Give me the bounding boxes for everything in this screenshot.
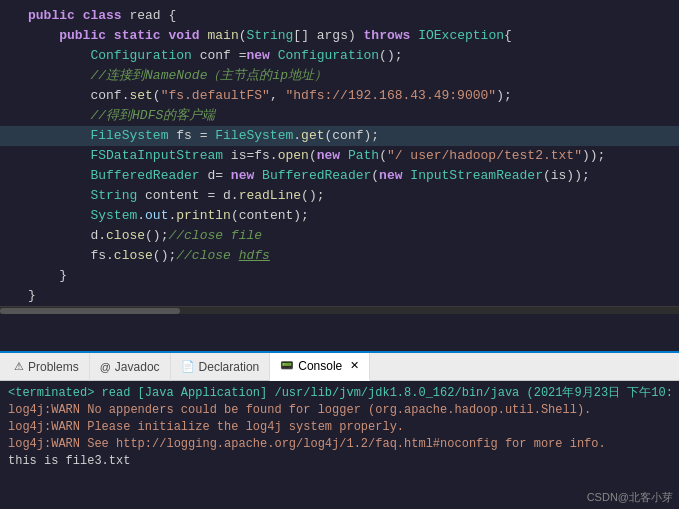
tab-problems[interactable]: ⚠Problems — [4, 353, 90, 381]
token: FSDataInputStream — [90, 148, 223, 163]
token — [270, 48, 278, 63]
token: class — [83, 8, 122, 23]
token: . — [293, 128, 301, 143]
token: public — [59, 28, 106, 43]
token: //连接到NameNode（主节点的ip地址） — [90, 68, 327, 83]
token: read { — [122, 8, 177, 23]
token: BufferedReader — [262, 168, 371, 183]
token: //close — [176, 248, 238, 263]
console-tab-icon: 📟 — [280, 359, 294, 372]
console-output: <terminated> read [Java Application] /us… — [0, 381, 679, 509]
console-line: log4j:WARN Please initialize the log4j s… — [8, 419, 671, 436]
token: set — [129, 88, 152, 103]
horizontal-scrollbar[interactable] — [0, 306, 679, 314]
token: FileSystem — [90, 128, 168, 143]
token: System — [90, 208, 137, 223]
token: //close file — [168, 228, 262, 243]
token: ( — [239, 28, 247, 43]
token: Configuration — [278, 48, 379, 63]
token: } — [59, 268, 67, 283]
line-content: //得到HDFS的客户端 — [28, 106, 679, 126]
code-line: } — [0, 266, 679, 286]
token: String — [247, 28, 294, 43]
token: new — [246, 48, 269, 63]
code-line: FileSystem fs = FileSystem.get(conf); — [0, 126, 679, 146]
tab-console[interactable]: 📟Console✕ — [270, 353, 370, 381]
token: IOException — [418, 28, 504, 43]
console-line: log4j:WARN No appenders could be found f… — [8, 402, 671, 419]
code-line: } — [0, 286, 679, 306]
token: ( — [153, 88, 161, 103]
code-line: conf.set("fs.defaultFS", "hdfs://192.168… — [0, 86, 679, 106]
token: conf. — [90, 88, 129, 103]
line-content: } — [28, 286, 679, 306]
line-content: BufferedReader d= new BufferedReader(new… — [28, 166, 679, 186]
token: (); — [153, 248, 176, 263]
code-line: BufferedReader d= new BufferedReader(new… — [0, 166, 679, 186]
token: (is)); — [543, 168, 590, 183]
token: fs. — [90, 248, 113, 263]
token: static — [114, 28, 161, 43]
line-content: } — [28, 266, 679, 286]
token — [254, 168, 262, 183]
token: ); — [496, 88, 512, 103]
tab-declaration[interactable]: 📄Declaration — [171, 353, 271, 381]
line-content: System.out.println(content); — [28, 206, 679, 226]
token: open — [278, 148, 309, 163]
token: d. — [90, 228, 106, 243]
token: main — [208, 28, 239, 43]
console-line: <terminated> read [Java Application] /us… — [8, 385, 671, 402]
code-line: //连接到NameNode（主节点的ip地址） — [0, 66, 679, 86]
token: println — [176, 208, 231, 223]
line-content: FileSystem fs = FileSystem.get(conf); — [28, 126, 679, 146]
token: fs = — [168, 128, 215, 143]
token: } — [28, 288, 36, 303]
problems-tab-label: Problems — [28, 360, 79, 374]
token: close — [114, 248, 153, 263]
problems-tab-icon: ⚠ — [14, 360, 24, 373]
token: d= — [200, 168, 231, 183]
javadoc-tab-icon: @ — [100, 361, 111, 373]
token: close — [106, 228, 145, 243]
token: conf = — [192, 48, 247, 63]
declaration-tab-label: Declaration — [199, 360, 260, 374]
token: new — [379, 168, 402, 183]
token: [] args) — [293, 28, 363, 43]
code-editor[interactable]: public class read { public static void m… — [0, 0, 679, 351]
console-tab-label: Console — [298, 359, 342, 373]
code-line: Configuration conf =new Configuration(); — [0, 46, 679, 66]
line-content: public static void main(String[] args) t… — [28, 26, 679, 46]
close-console-icon[interactable]: ✕ — [350, 359, 359, 372]
token: content = d. — [137, 188, 238, 203]
code-line: //得到HDFS的客户端 — [0, 106, 679, 126]
code-line: d.close();//close file — [0, 226, 679, 246]
token: , — [270, 88, 286, 103]
code-line: fs.close();//close hdfs — [0, 246, 679, 266]
code-line: String content = d.readLine(); — [0, 186, 679, 206]
code-line: public static void main(String[] args) t… — [0, 26, 679, 46]
watermark: CSDN@北客小芽 — [587, 490, 673, 505]
token: (content); — [231, 208, 309, 223]
bottom-panel: ⚠Problems@Javadoc📄Declaration📟Console✕ <… — [0, 351, 679, 509]
token — [106, 28, 114, 43]
tab-bar: ⚠Problems@Javadoc📄Declaration📟Console✕ — [0, 353, 679, 381]
line-content: fs.close();//close hdfs — [28, 246, 679, 266]
token: get — [301, 128, 324, 143]
token: throws — [364, 28, 411, 43]
token: hdfs — [239, 248, 270, 263]
token: InputStreamReader — [410, 168, 543, 183]
token: void — [168, 28, 199, 43]
token: (); — [301, 188, 324, 203]
token: new — [231, 168, 254, 183]
token: out — [145, 208, 168, 223]
token: Configuration — [90, 48, 191, 63]
token: (); — [145, 228, 168, 243]
token: String — [90, 188, 137, 203]
console-line: log4j:WARN See http://logging.apache.org… — [8, 436, 671, 453]
line-content: public class read { — [28, 6, 679, 26]
token: . — [137, 208, 145, 223]
token: (conf); — [324, 128, 379, 143]
line-content: FSDataInputStream is=fs.open(new Path("/… — [28, 146, 679, 166]
token: FileSystem — [215, 128, 293, 143]
tab-javadoc[interactable]: @Javadoc — [90, 353, 171, 381]
